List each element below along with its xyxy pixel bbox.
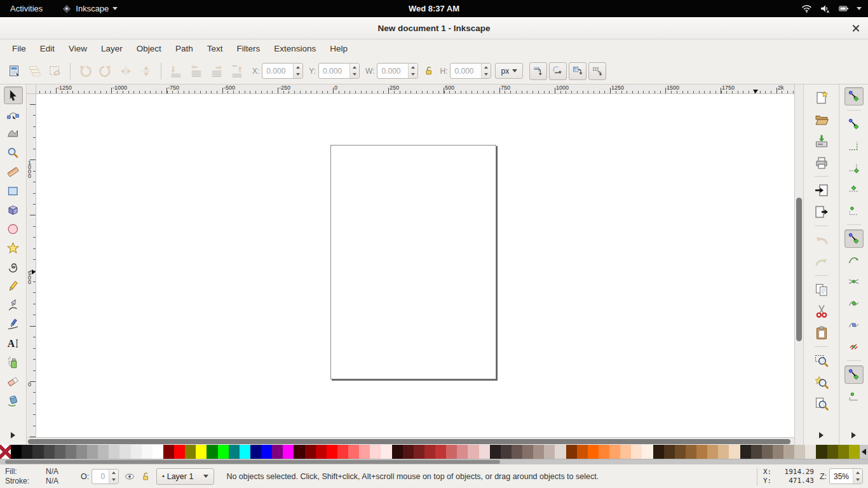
tweak-tool[interactable] [4,125,23,142]
palette-swatch[interactable] [153,445,163,459]
x-spin-down[interactable] [294,71,302,79]
palette-swatch[interactable] [207,445,217,459]
palette-swatch[interactable] [783,445,794,459]
palette-swatch[interactable] [512,445,522,459]
palette-swatch[interactable] [457,445,468,459]
x-input[interactable]: 0.000 [262,63,303,79]
palette-swatch[interactable] [827,445,838,459]
palette-swatch[interactable] [119,445,130,459]
snap-cusp-nodes-toggle[interactable] [844,294,864,313]
zoom-input[interactable]: 35% [829,468,863,484]
palette-swatch[interactable] [403,445,414,459]
snap-path-intersections-toggle[interactable] [844,273,864,291]
palette-swatch[interactable] [316,445,327,459]
measure-tool[interactable] [4,163,23,180]
scale-stroke-toggle[interactable] [529,62,547,80]
palette-swatch[interactable] [142,445,153,459]
snap-bbox-centers-toggle[interactable] [844,201,864,220]
deselect-button[interactable] [46,62,65,81]
snap-bbox-edge-midpoints-toggle[interactable] [844,180,864,198]
horizontal-ruler[interactable]: -1250-1000-750-500-250025050075010001250… [36,85,794,94]
drawing-canvas[interactable] [36,94,794,437]
palette-swatch[interactable] [446,445,457,459]
palette-swatch[interactable] [131,445,142,459]
palette-swatch[interactable] [468,445,478,459]
palette-swatch[interactable] [805,445,816,459]
snap-smooth-nodes-toggle[interactable] [844,316,864,334]
palette-scrollbar-thumb[interactable] [5,460,500,464]
opacity-spin-up[interactable] [109,470,118,477]
palette-swatch[interactable] [55,445,65,459]
palette-swatch[interactable] [816,445,827,459]
palette-swatch[interactable] [544,445,555,459]
undo-button[interactable] [812,231,831,249]
snap-line-midpoints-toggle[interactable] [844,337,864,356]
palette-swatch[interactable] [718,445,729,459]
clock[interactable]: Wed 8:37 AM [409,4,459,13]
palette-swatch[interactable] [87,445,98,459]
palette-swatch[interactable] [533,445,544,459]
palette-swatch[interactable] [76,445,87,459]
export-button[interactable] [812,203,831,221]
palette-swatch[interactable] [762,445,773,459]
palette-swatch[interactable] [707,445,718,459]
import-button[interactable] [812,181,831,200]
palette-swatch[interactable] [794,445,805,459]
w-spin-up[interactable] [409,64,417,71]
palette-swatch[interactable] [588,445,599,459]
ellipse-tool[interactable] [4,220,23,238]
flip-horizontal-button[interactable] [116,62,135,81]
palette-swatch[interactable] [272,445,283,459]
palette-swatch[interactable] [653,445,664,459]
menu-text[interactable]: Text [200,41,230,57]
palette-swatch[interactable] [566,445,577,459]
redo-button[interactable] [812,252,831,271]
palette-swatch[interactable] [370,445,381,459]
activities-button[interactable]: Activities [6,3,46,15]
open-button[interactable] [812,110,831,128]
h-spin-down[interactable] [482,71,491,79]
palette-scroll-left-button[interactable] [860,445,868,459]
vertical-ruler[interactable]: 10005000 [27,94,36,437]
snap-bbox-edges-toggle[interactable] [844,137,864,155]
menu-view[interactable]: View [62,41,94,57]
rotate-cw-button[interactable] [96,62,115,81]
save-button[interactable] [812,132,831,150]
palette-swatch[interactable] [44,445,55,459]
lower-button[interactable] [187,62,206,81]
palette-swatch[interactable] [751,445,762,459]
vertical-scrollbar-thumb[interactable] [796,198,802,341]
battery-icon[interactable] [838,3,849,14]
menu-object[interactable]: Object [130,41,168,57]
palette-swatch[interactable] [642,445,653,459]
palette-swatch[interactable] [631,445,642,459]
snapbar-overflow-arrow[interactable] [851,432,856,438]
zoom-drawing-button[interactable] [812,373,831,391]
palette-scrollbar[interactable] [0,459,868,464]
rectangle-tool[interactable] [4,182,23,200]
toolbox-overflow-arrow[interactable] [11,432,15,438]
palette-swatch[interactable] [294,445,304,459]
wifi-icon[interactable] [801,3,812,14]
y-input[interactable]: 0.000 [318,63,360,79]
zoom-spin-up[interactable] [853,469,862,477]
palette-swatch[interactable] [98,445,109,459]
palette-swatch[interactable] [174,445,185,459]
system-menu-chevron-icon[interactable] [857,7,862,10]
lock-ratio-toggle[interactable] [423,65,434,76]
palette-swatch[interactable] [240,445,250,459]
palette-swatch[interactable] [250,445,261,459]
print-button[interactable] [812,153,831,172]
h-spin-up[interactable] [482,64,491,71]
height-input[interactable]: 0.000 [450,63,491,79]
spiral-tool[interactable] [4,258,23,276]
selector-tool[interactable] [4,86,23,104]
palette-swatch[interactable] [392,445,403,459]
palette-swatch[interactable] [32,445,43,459]
snap-bbox-corners-toggle[interactable] [844,158,864,177]
system-status-area[interactable] [801,3,849,14]
scale-corners-toggle[interactable] [549,62,567,80]
palette-swatch-none[interactable] [0,445,11,459]
palette-swatch[interactable] [773,445,783,459]
y-spin-down[interactable] [350,71,359,79]
